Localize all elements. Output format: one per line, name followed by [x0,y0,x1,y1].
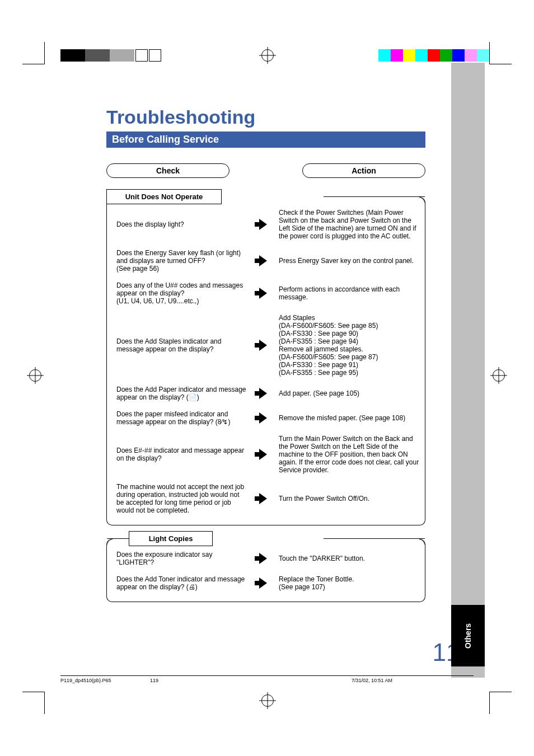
arrow-right-icon [259,449,267,460]
footer-file: P119_dp4510(pb).P65 [60,678,150,683]
check-text: Does the display light? [116,220,252,228]
registration-mark-icon [261,694,274,707]
action-text: Remove the misfed paper. (See page 108) [274,414,420,422]
action-text: Check if the Power Switches (Main Power … [274,209,420,240]
troubleshoot-row: Does E#-## indicator and message appear … [106,430,425,478]
page-title: Troubleshooting [106,106,425,128]
arrow-right-icon [259,219,267,230]
check-text: Does the exposure indicator say "LIGHTER… [116,551,252,566]
column-headers: Check Action [106,163,425,178]
check-text: The machine would not accept the next jo… [116,483,252,514]
action-text: Touch the "DARKER" button. [274,555,420,562]
troubleshoot-row: Does the Add Paper indicator and message… [106,381,425,406]
action-text: Perform actions in accordance with each … [274,285,420,301]
crop-mark [489,692,512,714]
side-tab: Others [451,605,485,666]
check-text: Does the Add Toner indicator and message… [116,575,252,591]
page: Troubleshooting Before Calling Service C… [0,0,534,756]
page-edge-band [451,63,485,678]
action-text: Press Energy Saver key on the control pa… [274,257,420,265]
footer-date: 7/31/02, 10:51 AM [307,678,474,683]
arrow-right-icon [259,340,267,351]
action-text: Add paper. (See page 105) [274,389,420,397]
troubleshoot-row: Does the Add Staples indicator and messa… [106,309,425,381]
troubleshoot-row: Does any of the U## codes and messages a… [106,277,425,309]
troubleshoot-row: Does the display light? Check if the Pow… [106,204,425,245]
check-text: Does any of the U## codes and messages a… [116,281,252,305]
check-text: Does the Add Paper indicator and message… [116,386,252,401]
arrow-right-icon [259,388,267,399]
action-header: Action [302,163,425,178]
color-bar [0,49,534,63]
troubleshoot-row: Does the paper misfeed indicator and mes… [106,406,425,430]
section-heading: Before Calling Service [106,132,425,148]
check-text: Does the Energy Saver key flash (or ligh… [116,249,252,273]
registration-mark-icon [29,369,41,382]
arrow-right-icon [259,493,267,504]
troubleshoot-category: Unit Does Not Operate Does the display l… [106,189,425,525]
action-text: Add Staples (DA-FS600/FS605: See page 85… [274,314,420,377]
check-text: Does the Add Staples indicator and messa… [116,337,252,353]
action-text: Turn the Main Power Switch on the Back a… [274,435,420,474]
troubleshoot-category: Light Copies Does the exposure indicator… [106,531,425,602]
check-header: Check [106,163,229,178]
arrow-right-icon [259,577,267,589]
troubleshoot-row: Does the Energy Saver key flash (or ligh… [106,245,425,277]
registration-mark-icon [493,369,505,382]
action-text: Turn the Power Switch Off/On. [274,495,420,503]
content-area: Troubleshooting Before Calling Service C… [106,106,425,608]
footer: P119_dp4510(pb).P65 119 7/31/02, 10:51 A… [60,675,474,683]
arrow-right-icon [259,288,267,299]
action-text: Replace the Toner Bottle. (See page 107) [274,575,420,591]
arrow-right-icon [259,553,267,564]
check-text: Does the paper misfeed indicator and mes… [116,410,252,426]
category-title: Unit Does Not Operate [106,189,222,204]
troubleshoot-row: The machine would not accept the next jo… [106,478,425,519]
troubleshoot-row: Does the Add Toner indicator and message… [106,571,425,595]
category-title: Light Copies [129,531,213,546]
troubleshoot-row: Does the exposure indicator say "LIGHTER… [106,546,425,571]
arrow-right-icon [259,255,267,266]
crop-mark [22,692,45,714]
arrow-right-icon [259,412,267,424]
check-text: Does E#-## indicator and message appear … [116,447,252,462]
footer-page: 119 [150,678,307,683]
